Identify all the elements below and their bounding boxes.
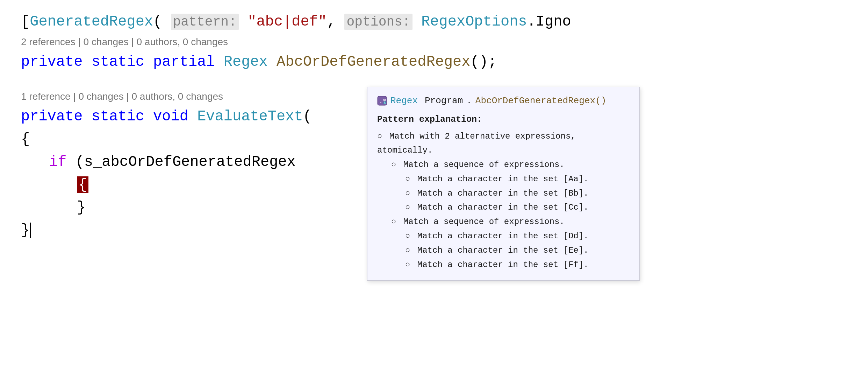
tooltip-item-5: ○ Match a sequence of expressions. — [377, 215, 630, 229]
tooltip-body: Pattern explanation: ○ Match with 2 alte… — [377, 112, 630, 272]
kw-partial: partial — [153, 54, 215, 70]
tooltip-item-text-6: Match a character in the set [Dd]. — [417, 231, 589, 241]
paren-open: ( — [153, 13, 162, 30]
meta-line-1: 2 references | 0 changes | 0 authors, 0 … — [21, 33, 868, 51]
tooltip-item-text-2: Match a character in the set [Aa]. — [417, 174, 589, 184]
tooltip-item-0: ○ Match with 2 alternative expressions, … — [377, 129, 630, 158]
tooltip-item-text-0: Match with 2 alternative expressions, at… — [377, 132, 576, 155]
comma: , — [327, 13, 336, 30]
tooltip-dot: . — [466, 96, 472, 106]
highlighted-brace-open: { — [77, 176, 88, 193]
regex-icon: .* a — [377, 96, 387, 106]
bullet-5: ○ — [391, 217, 396, 226]
text-cursor — [30, 223, 31, 238]
bullet-8: ○ — [405, 260, 410, 269]
tooltip-item-8: ○ Match a character in the set [Ff]. — [377, 258, 630, 272]
tooltip-methodname: AbcOrDefGeneratedRegex() — [475, 96, 606, 106]
code-editor: [GeneratedRegex( pattern: "abc|def", opt… — [0, 0, 868, 372]
tooltip-item-7: ○ Match a character in the set [Ee]. — [377, 244, 630, 258]
bracket-open: [ — [21, 13, 30, 30]
kw-void: void — [153, 108, 188, 125]
brace-inner-close: } — [77, 199, 86, 216]
bullet-2: ○ — [405, 174, 410, 184]
tooltip-item-text-7: Match a character in the set [Ee]. — [417, 246, 589, 255]
code-line-attribute: [GeneratedRegex( pattern: "abc|def", opt… — [21, 10, 868, 33]
method-name-2: EvaluateText — [197, 108, 303, 125]
bullet-6: ○ — [405, 231, 410, 241]
tooltip-item-6: ○ Match a character in the set [Dd]. — [377, 229, 630, 244]
param-options: options: — [344, 14, 412, 30]
string-value: "abc|def" — [248, 13, 327, 30]
tooltip-item-text-5: Match a sequence of expressions. — [403, 217, 565, 226]
kw-if: if — [49, 154, 66, 170]
code-line-method1: private static partial Regex AbcOrDefGen… — [21, 51, 868, 73]
kw-static-1: static — [92, 54, 144, 70]
tooltip-item-1: ○ Match a sequence of expressions. — [377, 158, 630, 172]
generated-regex-attribute: GeneratedRegex — [30, 13, 153, 30]
kw-private-2: private — [21, 108, 83, 125]
tooltip-item-text-4: Match a character in the set [Cc]. — [417, 203, 589, 212]
tooltip-item-2: ○ Match a character in the set [Aa]. — [377, 172, 630, 187]
tooltip-item-4: ○ Match a character in the set [Cc]. — [377, 201, 630, 215]
bullet-4: ○ — [405, 203, 410, 212]
meta-text-1: 2 references | 0 changes | 0 authors, 0 … — [21, 36, 228, 47]
tooltip-item-3: ○ Match a character in the set [Bb]. — [377, 187, 630, 201]
type-regex: Regex — [224, 54, 268, 70]
param-pattern: pattern: — [171, 14, 239, 30]
tooltip-classname: Program — [425, 96, 463, 106]
kw-private-1: private — [21, 54, 83, 70]
dot: .Igno — [527, 13, 571, 30]
svg-text:a: a — [384, 101, 386, 105]
tooltip-item-text-1: Match a sequence of expressions. — [403, 160, 565, 169]
bullet-0: ○ — [377, 132, 382, 141]
regex-options-type: RegexOptions — [421, 13, 527, 30]
bullet-7: ○ — [405, 246, 410, 255]
tooltip-header: .* a Regex Program.AbcOrDefGeneratedRege… — [377, 96, 630, 106]
brace-open: { — [21, 131, 30, 148]
meta-text-2: 1 reference | 0 changes | 0 authors, 0 c… — [21, 91, 223, 102]
spacer — [21, 74, 868, 88]
bullet-1: ○ — [391, 160, 396, 169]
tooltip-body-title: Pattern explanation: — [377, 112, 630, 127]
tooltip-namespace: Regex — [390, 96, 418, 106]
tooltip-item-text-8: Match a character in the set [Ff]. — [417, 260, 589, 269]
kw-static-2: static — [92, 108, 144, 125]
tooltip-popup: .* a Regex Program.AbcOrDefGeneratedRege… — [367, 87, 640, 281]
brace-outer-close: } — [21, 222, 30, 239]
bullet-3: ○ — [405, 189, 410, 198]
method-name-1: AbcOrDefGeneratedRegex — [277, 54, 471, 70]
tooltip-item-text-3: Match a character in the set [Bb]. — [417, 189, 589, 198]
